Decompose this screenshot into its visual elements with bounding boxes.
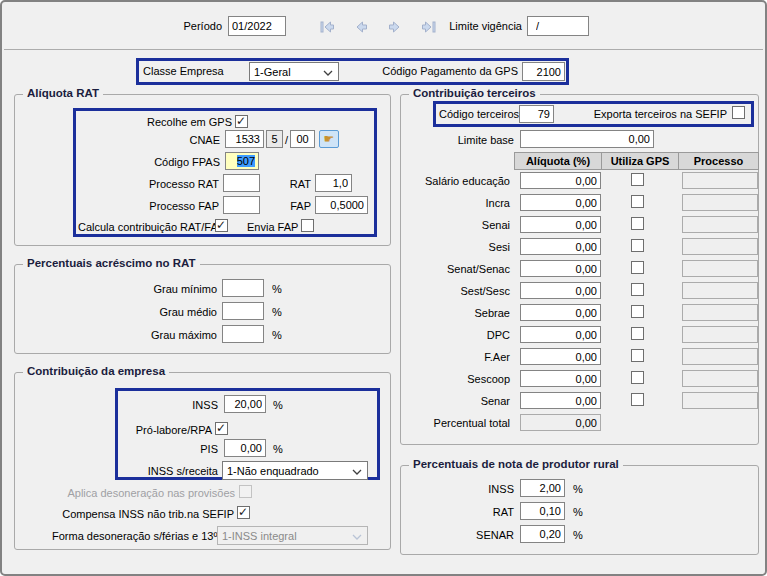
terceiros-utiliza-gps-checkbox[interactable] bbox=[631, 261, 644, 274]
limite-vigencia-label: Limite vigência bbox=[442, 20, 522, 33]
inss-unit: % bbox=[273, 399, 283, 411]
terceiros-aliquota-input[interactable] bbox=[520, 260, 601, 277]
forma-desoneracao-select: 1-INSS integral bbox=[217, 526, 368, 545]
terceiros-row-label: Sest/Sesc bbox=[400, 285, 510, 298]
grau-maximo-label: Grau máximo bbox=[137, 329, 217, 342]
grau-maximo-input[interactable] bbox=[222, 325, 264, 343]
processo-rat-input[interactable] bbox=[223, 174, 260, 192]
terceiros-processo-input bbox=[682, 304, 758, 321]
terceiros-table-row: Sesi bbox=[400, 238, 759, 260]
first-record-icon[interactable] bbox=[318, 18, 336, 36]
compensa-inss-sefip-label: Compensa INSS não trib.na SEFIP bbox=[57, 508, 234, 521]
terceiros-utiliza-gps-checkbox[interactable] bbox=[631, 173, 644, 186]
terceiros-aliquota-input[interactable] bbox=[520, 304, 601, 321]
terceiros-utiliza-gps-checkbox[interactable] bbox=[631, 195, 644, 208]
rural-inss-input[interactable] bbox=[520, 479, 565, 497]
terceiros-utiliza-gps-checkbox[interactable] bbox=[631, 327, 644, 340]
inss-s-receita-label: INSS s/receita bbox=[138, 465, 218, 478]
percentual-total-label: Percentual total bbox=[400, 417, 510, 430]
inss-label: INSS bbox=[168, 399, 218, 412]
terceiros-aliquota-input[interactable] bbox=[520, 370, 601, 387]
calcula-contribuicao-rat-fap-checkbox[interactable] bbox=[215, 219, 228, 232]
terceiros-aliquota-input[interactable] bbox=[520, 348, 601, 365]
pis-unit: % bbox=[273, 443, 283, 455]
terceiros-row-label: Sesi bbox=[400, 241, 510, 254]
cnae-input[interactable] bbox=[225, 130, 264, 148]
next-record-icon[interactable] bbox=[386, 18, 404, 36]
group-produtor-rural-title: Percentuais de nota de produtor rural bbox=[409, 458, 623, 470]
cnae-label: CNAE bbox=[172, 134, 220, 147]
codigo-fpas-input[interactable]: 507 bbox=[225, 152, 259, 170]
terceiros-row-label: Senat/Senac bbox=[400, 263, 510, 276]
compensa-inss-sefip-checkbox[interactable] bbox=[237, 506, 250, 519]
exporta-terceiros-sefip-checkbox[interactable] bbox=[732, 106, 745, 119]
terceiros-table-row: Salário educação bbox=[400, 172, 759, 194]
fap-input[interactable] bbox=[315, 196, 368, 214]
terceiros-processo-input bbox=[682, 348, 758, 365]
terceiros-aliquota-input[interactable] bbox=[520, 194, 601, 211]
grau-maximo-unit: % bbox=[272, 329, 282, 341]
terceiros-table-row: Senat/Senac bbox=[400, 260, 759, 282]
grau-medio-label: Grau médio bbox=[137, 306, 217, 319]
inss-s-receita-select[interactable]: 1-Não enquadrado bbox=[222, 461, 368, 480]
recolhe-em-gps-checkbox[interactable] bbox=[235, 115, 248, 128]
previous-record-icon[interactable] bbox=[352, 18, 370, 36]
pis-input[interactable] bbox=[224, 439, 266, 457]
envia-fap-checkbox[interactable] bbox=[301, 219, 314, 232]
terceiros-row-label: DPC bbox=[400, 329, 510, 342]
cnae-lookup-button[interactable]: ☛ bbox=[319, 130, 339, 148]
limite-base-label: Limite base bbox=[452, 134, 514, 147]
group-aliquota-rat-title: Alíquota RAT bbox=[23, 87, 103, 99]
grau-minimo-input[interactable] bbox=[222, 279, 264, 297]
rural-rat-label: RAT bbox=[454, 506, 514, 519]
cnae-suffix-input[interactable] bbox=[290, 130, 315, 148]
terceiros-utiliza-gps-checkbox[interactable] bbox=[631, 349, 644, 362]
inss-input[interactable] bbox=[224, 395, 266, 413]
aplica-desoneracao-checkbox bbox=[239, 485, 252, 498]
chevron-down-icon bbox=[323, 70, 333, 77]
exporta-terceiros-sefip-label: Exporta terceiros na SEFIP bbox=[582, 108, 727, 121]
terceiros-processo-input bbox=[682, 172, 758, 189]
rural-senar-input[interactable] bbox=[520, 525, 565, 543]
forma-desoneracao-label: Forma desoneração s/férias e 13º bbox=[52, 530, 214, 543]
terceiros-table-row: Senar bbox=[400, 392, 759, 414]
terceiros-table-row: Sest/Sesc bbox=[400, 282, 759, 304]
codigo-fpas-label: Código FPAS bbox=[142, 156, 220, 169]
terceiros-aliquota-input[interactable] bbox=[520, 172, 601, 189]
limite-base-input[interactable] bbox=[520, 130, 654, 148]
terceiros-aliquota-input[interactable] bbox=[520, 326, 601, 343]
terceiros-utiliza-gps-checkbox[interactable] bbox=[631, 371, 644, 384]
codigo-terceiros-input[interactable] bbox=[519, 105, 554, 123]
classe-empresa-select[interactable]: 1-Geral bbox=[249, 62, 339, 81]
rural-senar-label: SENAR bbox=[454, 529, 514, 542]
terceiros-aliquota-input[interactable] bbox=[520, 216, 601, 233]
codigo-fpas-selected-text: 507 bbox=[237, 155, 255, 167]
terceiros-aliquota-input[interactable] bbox=[520, 392, 601, 409]
terceiros-utiliza-gps-checkbox[interactable] bbox=[631, 393, 644, 406]
rural-rat-input[interactable] bbox=[520, 502, 565, 520]
processo-rat-label: Processo RAT bbox=[139, 178, 219, 191]
hand-pointer-icon: ☛ bbox=[324, 132, 335, 146]
codigo-pagamento-gps-input[interactable] bbox=[522, 62, 565, 81]
terceiros-row-label: F.Aer bbox=[400, 351, 510, 364]
terceiros-utiliza-gps-checkbox[interactable] bbox=[631, 217, 644, 230]
terceiros-aliquota-input[interactable] bbox=[520, 282, 601, 299]
periodo-input[interactable] bbox=[228, 16, 286, 36]
grau-medio-unit: % bbox=[272, 306, 282, 318]
terceiros-aliquota-input[interactable] bbox=[520, 238, 601, 255]
terceiros-utiliza-gps-checkbox[interactable] bbox=[631, 283, 644, 296]
processo-fap-input[interactable] bbox=[223, 196, 260, 214]
grau-medio-input[interactable] bbox=[222, 302, 264, 320]
recolhe-em-gps-label: Recolhe em GPS bbox=[132, 116, 232, 129]
pro-labore-rpa-label: Pró-labore/RPA bbox=[132, 424, 212, 437]
limite-vigencia-input[interactable] bbox=[527, 16, 589, 36]
terceiros-utiliza-gps-checkbox[interactable] bbox=[631, 305, 644, 318]
chevron-down-icon bbox=[352, 469, 362, 476]
pro-labore-rpa-checkbox[interactable] bbox=[215, 422, 228, 435]
last-record-icon[interactable] bbox=[420, 18, 438, 36]
terceiros-utiliza-gps-checkbox[interactable] bbox=[631, 239, 644, 252]
group-contribuicao-empresa-title: Contribuição da empresa bbox=[23, 365, 169, 377]
rat-input[interactable] bbox=[315, 174, 352, 192]
cnae-digit-input[interactable] bbox=[266, 130, 283, 148]
terceiros-processo-input bbox=[682, 238, 758, 255]
